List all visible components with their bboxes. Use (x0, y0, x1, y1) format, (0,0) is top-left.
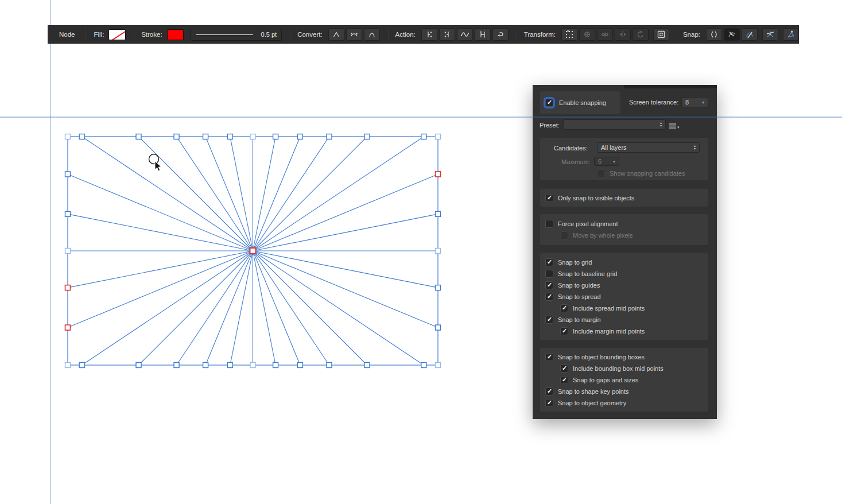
curve-node[interactable] (364, 134, 370, 139)
preset-dropdown[interactable]: ▴▾ (564, 119, 666, 130)
fill-swatch[interactable] (108, 29, 126, 40)
ray-line[interactable] (253, 137, 367, 251)
ray-line[interactable] (139, 251, 253, 365)
toolbar-button-group (706, 28, 758, 41)
snap-to-baseline-grid-checkbox[interactable] (545, 270, 553, 278)
ray-line[interactable] (253, 251, 439, 328)
convert-sharp-button[interactable] (328, 28, 344, 41)
maximum-dropdown[interactable]: 6 ▾ (594, 157, 619, 166)
curve-node[interactable] (436, 325, 441, 330)
curve-node[interactable] (65, 249, 71, 254)
candidates-card: Candidates: All layers ▴▾ Maximum: 6 ▾ S… (540, 138, 708, 180)
curve-node[interactable] (327, 134, 332, 139)
break-curve-button[interactable] (421, 28, 437, 41)
include-spread-mid-points-checkbox[interactable] (560, 304, 568, 312)
curve-node[interactable] (203, 363, 208, 368)
curve-node[interactable] (436, 363, 441, 368)
curve-node[interactable] (65, 363, 71, 368)
snap-to-gaps-and-sizes-checkbox[interactable] (560, 376, 568, 384)
curve-node[interactable] (436, 134, 441, 139)
curve-node[interactable] (436, 211, 441, 216)
curve-node[interactable] (273, 134, 278, 139)
snap-off-curve-nodes-button[interactable] (783, 28, 799, 41)
transform-origin-button[interactable] (579, 28, 595, 41)
ray-line[interactable] (253, 251, 367, 365)
stroke-width-control[interactable]: 0.5 pt (191, 29, 282, 41)
snap-to-spread-checkbox[interactable] (545, 293, 553, 301)
snap-to-shape-key-points-checkbox[interactable] (545, 387, 553, 396)
ray-line[interactable] (253, 174, 439, 251)
ray-line[interactable] (205, 137, 253, 251)
curve-node[interactable] (136, 363, 141, 368)
curve-node[interactable] (136, 134, 141, 139)
curve-node[interactable] (436, 285, 441, 290)
curve-node[interactable] (297, 134, 302, 139)
curve-node[interactable] (227, 363, 232, 368)
ray-line[interactable] (139, 137, 253, 251)
curve-node[interactable] (65, 211, 71, 216)
move-by-whole-pixels-checkbox[interactable] (560, 231, 568, 239)
curve-node[interactable] (436, 172, 441, 177)
curve-node[interactable] (436, 249, 441, 254)
include-margin-mid-points-checkbox[interactable] (560, 327, 568, 335)
curve-node[interactable] (203, 134, 208, 139)
ray-line[interactable] (68, 174, 253, 251)
stroke-swatch[interactable] (167, 29, 184, 40)
curve-node[interactable] (65, 325, 71, 330)
enable-snapping-checkbox[interactable] (545, 99, 553, 107)
candidates-dropdown[interactable]: All layers ▴▾ (597, 142, 700, 153)
smooth-curve-button[interactable] (457, 28, 473, 41)
ray-line[interactable] (253, 251, 300, 365)
join-curves-button[interactable] (475, 28, 491, 41)
snap-to-object-bounding-boxes-checkbox[interactable] (545, 353, 553, 361)
curve-node[interactable] (65, 172, 71, 177)
curve-node[interactable] (79, 363, 84, 368)
show-snapping-candidates-checkbox[interactable] (597, 169, 605, 177)
include-bounding-box-mid-points-checkbox[interactable] (560, 365, 568, 373)
curve-node[interactable] (421, 134, 426, 139)
curve-node[interactable] (273, 363, 278, 368)
toolbar-button-group (328, 28, 380, 41)
convert-smooth-arc-button[interactable] (364, 28, 380, 41)
curve-node[interactable] (174, 134, 179, 139)
reverse-curve-button[interactable] (492, 28, 509, 41)
snap-to-guides-checkbox[interactable] (545, 281, 553, 289)
center-node[interactable] (250, 248, 256, 254)
snap-to-grid-checkbox[interactable] (545, 258, 553, 266)
snap-aligned-handles-button[interactable] (762, 28, 778, 41)
force-pixel-alignment-checkbox[interactable] (545, 220, 553, 228)
ray-line[interactable] (68, 251, 253, 328)
curve-node[interactable] (327, 363, 332, 368)
curve-node[interactable] (174, 363, 179, 368)
curve-node[interactable] (65, 134, 71, 139)
snap-curves-button[interactable] (706, 28, 722, 41)
ray-line[interactable] (205, 251, 253, 365)
preset-menu-button[interactable]: ▾ (669, 119, 681, 130)
show-selection-button[interactable] (597, 28, 613, 41)
snap-construction-button[interactable] (742, 28, 758, 41)
vertical-guide[interactable] (51, 0, 51, 504)
snap-to-object-geometry-checkbox[interactable] (545, 399, 553, 407)
curve-node[interactable] (250, 363, 255, 368)
curve-node[interactable] (79, 134, 84, 139)
close-curve-button[interactable] (439, 28, 455, 41)
application-window: Node Fill: Stroke: 0.5 pt Convert:Action… (0, 0, 842, 504)
only-visible-checkbox[interactable] (545, 194, 553, 202)
cycle-selection-box-button[interactable] (653, 28, 669, 41)
curve-node[interactable] (421, 363, 426, 368)
snap-on-curve-button[interactable] (724, 28, 740, 41)
ray-line[interactable] (253, 137, 300, 251)
flip-horizontal-button[interactable] (615, 28, 631, 41)
curve-node[interactable] (364, 363, 370, 368)
bounding-box-button[interactable] (561, 28, 577, 41)
curve-node[interactable] (65, 285, 71, 290)
screen-tolerance-dropdown[interactable]: 8 ▾ (681, 97, 708, 107)
snap-to-margin-checkbox[interactable] (545, 316, 553, 324)
rotate-button[interactable] (633, 28, 649, 41)
curve-node[interactable] (227, 134, 232, 139)
curve-node[interactable] (297, 363, 302, 368)
horizontal-guide[interactable] (0, 117, 842, 118)
convert-smooth-button[interactable] (346, 28, 362, 41)
curve-node[interactable] (250, 134, 255, 139)
checkbox-label: Snap to spread (558, 293, 601, 300)
